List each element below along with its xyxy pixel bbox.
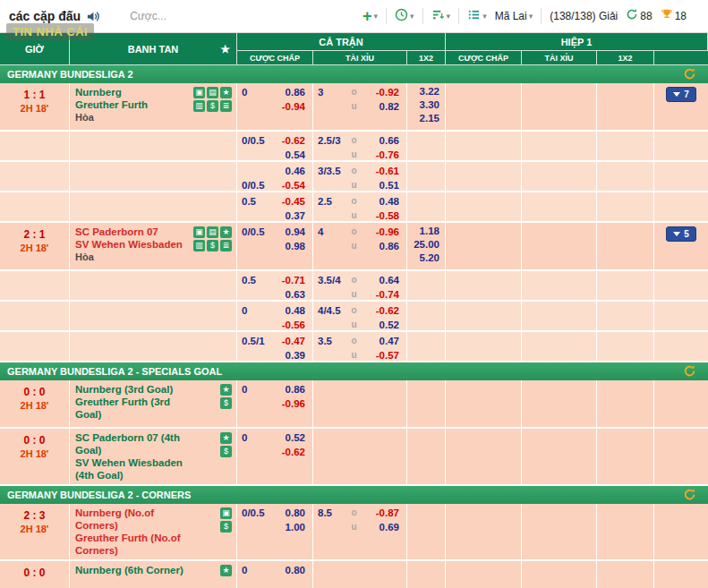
odds-away[interactable]: -0.54	[269, 178, 305, 191]
odds-1[interactable]: 3.22	[407, 85, 439, 98]
match-row: 2 : 1 2H 18' SC Paderborn 07 SV Wehen Wi…	[0, 223, 708, 271]
section-title: GERMANY BUNDESLIGA 2 - SPECIALS GOAL	[7, 366, 222, 377]
odds-over[interactable]: -0.61	[361, 164, 399, 178]
header-h1-hdp: CƯỢC CHẤP	[446, 51, 522, 65]
odds-home[interactable]: 0.86	[269, 85, 305, 99]
odds-over[interactable]: 0.47	[361, 334, 399, 348]
home-team[interactable]: Nurnberg (3rd Goal)	[75, 383, 190, 396]
odds-away[interactable]: 0.98	[269, 239, 305, 253]
more-bets-button[interactable]: 5	[666, 226, 696, 242]
odds-over[interactable]: 0.66	[361, 133, 399, 148]
odds-home[interactable]: 0.80	[269, 506, 305, 520]
odds-under[interactable]: 0.86	[361, 239, 399, 253]
odds-under[interactable]: -0.57	[361, 348, 399, 361]
odds-away[interactable]: -0.56	[269, 318, 305, 330]
star-icon[interactable]: ★	[220, 87, 232, 98]
star-icon[interactable]: ★	[220, 226, 232, 238]
home-team[interactable]: SC Paderborn 07	[75, 226, 190, 238]
odds-2[interactable]: 2.15	[407, 112, 439, 125]
bars-icon[interactable]: ▥	[193, 100, 205, 112]
away-team[interactable]: SV Wehen Wiesbaden (4th Goal)	[75, 456, 190, 481]
odds-over[interactable]: -0.62	[361, 303, 399, 318]
away-team[interactable]: Greuther Furth (3rd Goal)	[75, 396, 190, 421]
star-icon[interactable]: ★	[220, 565, 232, 576]
odds-away[interactable]: -0.96	[269, 396, 305, 411]
odds-away[interactable]: 1.00	[269, 520, 305, 534]
home-team[interactable]: Nurnberg	[75, 86, 190, 98]
dollar-icon[interactable]: $	[220, 446, 232, 457]
away-team[interactable]: Greuther Furth	[75, 98, 190, 111]
odds-away[interactable]: 0.54	[269, 148, 305, 160]
odds-home[interactable]: -0.45	[269, 194, 305, 209]
odds-under[interactable]: -0.58	[361, 209, 399, 221]
view-mode-button[interactable]: ▾	[467, 8, 487, 25]
odds-format-select[interactable]: Mã Lai ▾	[495, 10, 533, 22]
odds-1[interactable]: 1.18	[407, 225, 439, 238]
time-filter-button[interactable]: ▾	[395, 8, 414, 25]
add-button[interactable]: + ▾	[363, 10, 378, 22]
odds-home[interactable]: -0.71	[269, 273, 305, 287]
section-refresh-icon[interactable]	[683, 67, 696, 82]
odds-under[interactable]: 0.82	[361, 99, 399, 114]
odds-over[interactable]: 0.64	[361, 273, 399, 287]
odds-over[interactable]: -0.92	[361, 85, 399, 99]
odds-over[interactable]: 0.48	[361, 194, 399, 209]
odds-away[interactable]: 0.37	[269, 209, 305, 221]
note-icon[interactable]: ≣	[220, 100, 232, 112]
odds-x[interactable]: 25.00	[407, 238, 439, 251]
section-refresh-icon[interactable]	[683, 488, 696, 503]
odds-under[interactable]: 0.52	[361, 318, 399, 330]
dollar-icon[interactable]: $	[207, 240, 218, 251]
odds-over[interactable]: -0.87	[361, 506, 399, 520]
refresh-button[interactable]: 88	[626, 8, 652, 24]
odds-home[interactable]: -0.47	[269, 334, 305, 348]
sort-button[interactable]: ▾	[431, 8, 451, 25]
odds-away[interactable]: -0.62	[269, 445, 305, 459]
score-time-cell: 0 : 0 2H 18'	[0, 380, 70, 427]
stats-icon[interactable]: ▤	[207, 226, 218, 238]
odds-over[interactable]: -0.96	[361, 225, 399, 239]
odds-under[interactable]: 0.51	[361, 178, 399, 191]
odds-under[interactable]: -0.76	[361, 148, 399, 160]
favorite-star-icon[interactable]: ★	[220, 43, 230, 55]
note-icon[interactable]: ≣	[220, 240, 232, 251]
odds-home[interactable]: 0.48	[269, 303, 305, 318]
section-refresh-icon[interactable]	[683, 364, 696, 379]
odds-x[interactable]: 3.30	[407, 98, 439, 112]
away-team[interactable]: SV Wehen Wiesbaden	[75, 238, 190, 251]
handicap-line: 0.5	[237, 273, 269, 300]
odds-home[interactable]: 0.80	[269, 563, 305, 577]
odds-2[interactable]: 5.20	[407, 251, 439, 265]
odds-home[interactable]: 0.46	[269, 164, 305, 178]
odds-home[interactable]: 0.86	[269, 382, 305, 396]
star-icon[interactable]: ★	[220, 432, 232, 444]
dollar-icon[interactable]: $	[220, 397, 232, 409]
odds-home[interactable]: 0.52	[269, 430, 305, 445]
tv-icon[interactable]: ▣	[220, 507, 232, 519]
odds-home[interactable]: -0.62	[269, 133, 305, 148]
odds-away[interactable]: 0.63	[269, 287, 305, 300]
bet-slip-label[interactable]: Cược...	[130, 10, 166, 22]
dollar-icon[interactable]: $	[220, 521, 232, 533]
home-team[interactable]: Nurnberg (6th Corner)	[75, 564, 190, 576]
dollar-icon[interactable]: $	[207, 100, 218, 112]
away-team[interactable]: Greuther Furth (No.of Corners)	[75, 532, 190, 557]
stats-icon[interactable]: ▤	[207, 87, 218, 98]
tv-icon[interactable]: ▣	[193, 87, 205, 98]
speaker-icon[interactable]	[86, 10, 99, 23]
odds-home[interactable]: 0.94	[269, 225, 305, 239]
trophy-button[interactable]: 18	[661, 8, 687, 24]
odds-away[interactable]: -0.94	[269, 99, 305, 114]
bars-icon[interactable]: ▥	[193, 240, 205, 251]
odds-under[interactable]: 0.69	[361, 520, 399, 534]
ft-overunder-cell: 2.5 ou 0.48-0.58	[313, 192, 407, 221]
home-team[interactable]: Nurnberg (No.of Corners)	[75, 507, 190, 532]
more-bets-button[interactable]: 7	[666, 87, 696, 102]
star-icon[interactable]: ★	[220, 384, 232, 396]
odds-under[interactable]: -0.74	[361, 287, 399, 300]
tv-icon[interactable]: ▣	[193, 226, 205, 238]
score-time-cell: 0 : 0 2H 18'	[0, 429, 70, 484]
clock-icon	[395, 8, 408, 25]
odds-away[interactable]: 0.39	[269, 348, 305, 361]
home-team[interactable]: SC Paderborn 07 (4th Goal)	[75, 431, 190, 456]
